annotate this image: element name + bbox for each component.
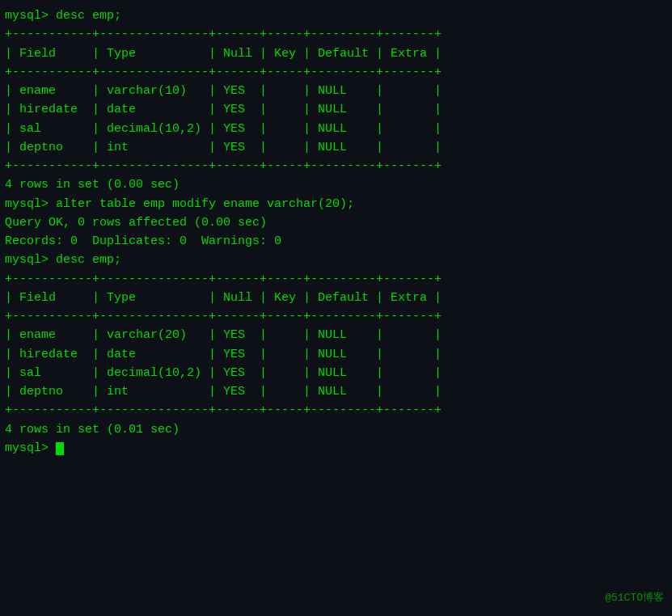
terminal-line: mysql> desc emp; bbox=[5, 6, 667, 25]
terminal-line: | deptno | int | YES | | NULL | | bbox=[5, 138, 667, 157]
terminal-line: 4 rows in set (0.01 sec) bbox=[5, 420, 667, 439]
terminal-line: | Field | Type | Null | Key | Default | … bbox=[5, 289, 667, 307]
terminal-line: | sal | decimal(10,2) | YES | | NULL | | bbox=[5, 120, 667, 138]
terminal-content: mysql> desc emp;+-----------+-----------… bbox=[5, 6, 667, 458]
terminal-line: +-----------+---------------+------+----… bbox=[5, 270, 667, 289]
watermark: @51CTO博客 bbox=[605, 590, 664, 605]
terminal-line: +-----------+---------------+------+----… bbox=[5, 401, 667, 420]
terminal-line: +-----------+---------------+------+----… bbox=[5, 25, 667, 44]
terminal-window: mysql> desc emp;+-----------+-----------… bbox=[0, 0, 672, 616]
terminal-line: Query OK, 0 rows affected (0.00 sec) bbox=[5, 213, 667, 232]
terminal-line: +-----------+---------------+------+----… bbox=[5, 307, 667, 326]
terminal-line: 4 rows in set (0.00 sec) bbox=[5, 175, 667, 194]
cursor bbox=[56, 442, 64, 455]
terminal-line: | Field | Type | Null | Key | Default | … bbox=[5, 44, 667, 63]
terminal-line: +-----------+---------------+------+----… bbox=[5, 157, 667, 175]
terminal-line: | sal | decimal(10,2) | YES | | NULL | | bbox=[5, 364, 667, 382]
terminal-line: +-----------+---------------+------+----… bbox=[5, 63, 667, 82]
terminal-line: | hiredate | date | YES | | NULL | | bbox=[5, 345, 667, 364]
terminal-line: mysql> desc emp; bbox=[5, 251, 667, 269]
terminal-line: | hiredate | date | YES | | NULL | | bbox=[5, 100, 667, 119]
terminal-line: Records: 0 Duplicates: 0 Warnings: 0 bbox=[5, 232, 667, 251]
terminal-line: | ename | varchar(20) | YES | | NULL | | bbox=[5, 326, 667, 344]
terminal-line: mysql> alter table emp modify ename varc… bbox=[5, 195, 667, 213]
terminal-line: | deptno | int | YES | | NULL | | bbox=[5, 382, 667, 401]
terminal-line: mysql> bbox=[5, 439, 667, 458]
terminal-line: | ename | varchar(10) | YES | | NULL | | bbox=[5, 82, 667, 100]
